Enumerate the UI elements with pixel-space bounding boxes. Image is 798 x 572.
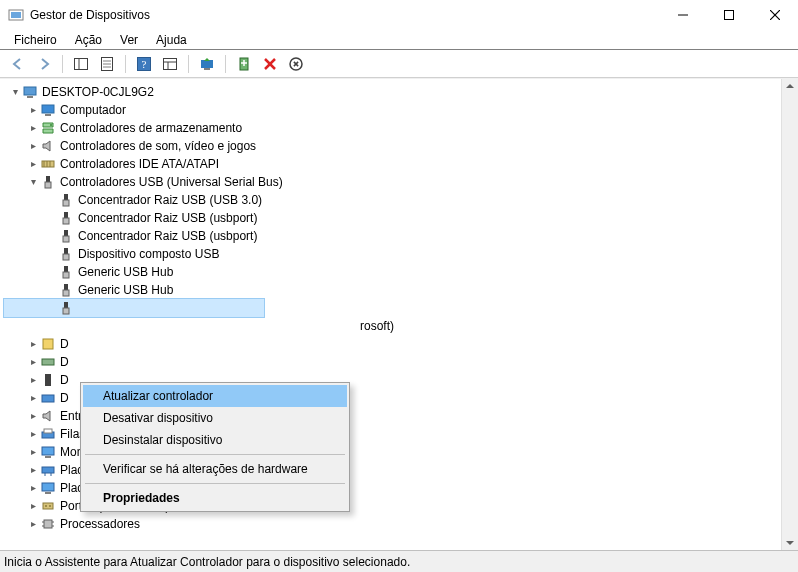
chevron-right-icon[interactable]: ▸ bbox=[26, 461, 40, 479]
usb-icon bbox=[58, 210, 74, 226]
svg-rect-6 bbox=[75, 58, 88, 69]
svg-rect-54 bbox=[42, 447, 54, 455]
menubar: Ficheiro Ação Ver Ajuda bbox=[0, 30, 798, 50]
tree-item[interactable]: rosoft) bbox=[4, 317, 781, 335]
enable-device-button[interactable] bbox=[232, 52, 256, 76]
menu-file[interactable]: Ficheiro bbox=[6, 31, 65, 49]
maximize-button[interactable] bbox=[706, 0, 752, 30]
svg-rect-36 bbox=[64, 212, 68, 218]
tree-item[interactable]: Concentrador Raiz USB (usbport) bbox=[4, 227, 781, 245]
window-controls bbox=[660, 0, 798, 30]
uninstall-device-button[interactable] bbox=[284, 52, 308, 76]
context-menu-properties[interactable]: Propriedades bbox=[83, 487, 347, 509]
tree-item-label: D bbox=[60, 389, 69, 407]
device-tree[interactable]: ▾ DESKTOP-0CJL9G2 ▸ Computador ▸ Control… bbox=[0, 79, 781, 550]
context-menu-scan-hardware[interactable]: Verificar se há alterações de hardware bbox=[83, 458, 347, 480]
usb-icon bbox=[58, 228, 74, 244]
tree-item-label: Generic USB Hub bbox=[78, 263, 173, 281]
device-icon bbox=[40, 390, 56, 406]
chevron-right-icon[interactable]: ▸ bbox=[26, 407, 40, 425]
tree-item-label: Concentrador Raiz USB (usbport) bbox=[78, 209, 257, 227]
menu-action[interactable]: Ação bbox=[67, 31, 110, 49]
menu-view[interactable]: Ver bbox=[112, 31, 146, 49]
disable-device-button[interactable] bbox=[258, 52, 282, 76]
tree-root[interactable]: ▾ DESKTOP-0CJL9G2 bbox=[4, 83, 781, 101]
storage-icon bbox=[40, 120, 56, 136]
tree-item-label bbox=[78, 299, 81, 317]
chevron-right-icon[interactable]: ▸ bbox=[26, 335, 40, 353]
tree-item[interactable]: ▸ Processadores bbox=[4, 515, 781, 533]
chevron-down-icon[interactable]: ▾ bbox=[8, 83, 22, 101]
help-button[interactable]: ? bbox=[132, 52, 156, 76]
tree-item[interactable]: ▸ Controladores IDE ATA/ATAPI bbox=[4, 155, 781, 173]
chevron-right-icon[interactable]: ▸ bbox=[26, 371, 40, 389]
chevron-right-icon[interactable]: ▸ bbox=[26, 155, 40, 173]
chevron-right-icon[interactable]: ▸ bbox=[26, 101, 40, 119]
svg-rect-60 bbox=[45, 492, 51, 494]
chevron-right-icon[interactable]: ▸ bbox=[26, 137, 40, 155]
chevron-right-icon[interactable]: ▸ bbox=[26, 425, 40, 443]
update-driver-button[interactable] bbox=[195, 52, 219, 76]
action-button[interactable] bbox=[158, 52, 182, 76]
tree-item-label: Controladores USB (Universal Serial Bus) bbox=[60, 173, 283, 191]
toolbar-separator bbox=[188, 55, 189, 73]
show-hide-tree-button[interactable] bbox=[69, 52, 93, 76]
tree-item-label: Dispositivo composto USB bbox=[78, 245, 219, 263]
svg-rect-24 bbox=[27, 96, 33, 98]
context-menu-separator bbox=[85, 483, 345, 484]
properties-button[interactable] bbox=[95, 52, 119, 76]
chevron-right-icon[interactable]: ▸ bbox=[26, 443, 40, 461]
context-menu-uninstall-device[interactable]: Desinstalar dispositivo bbox=[83, 429, 347, 451]
svg-rect-25 bbox=[42, 105, 54, 113]
usb-icon bbox=[58, 300, 74, 316]
close-button[interactable] bbox=[752, 0, 798, 30]
tree-item[interactable]: ▾ Controladores USB (Universal Serial Bu… bbox=[4, 173, 781, 191]
vertical-scrollbar[interactable] bbox=[781, 79, 798, 550]
svg-rect-47 bbox=[63, 308, 69, 314]
app-icon bbox=[8, 7, 24, 23]
svg-point-62 bbox=[45, 505, 47, 507]
tree-item[interactable]: ▸ Computador bbox=[4, 101, 781, 119]
chevron-right-icon[interactable]: ▸ bbox=[26, 389, 40, 407]
network-icon bbox=[40, 462, 56, 478]
context-menu: Atualizar controlador Desativar disposit… bbox=[80, 382, 350, 512]
tree-item[interactable]: ▸ Controladores de som, vídeo e jogos bbox=[4, 137, 781, 155]
chevron-down-icon[interactable]: ▾ bbox=[26, 173, 40, 191]
tree-item-selected[interactable] bbox=[4, 299, 264, 317]
device-icon bbox=[40, 372, 56, 388]
back-button[interactable] bbox=[6, 52, 30, 76]
svg-rect-51 bbox=[42, 395, 54, 402]
ide-icon bbox=[40, 156, 56, 172]
tree-item[interactable]: Dispositivo composto USB bbox=[4, 245, 781, 263]
tree-item[interactable]: Concentrador Raiz USB (USB 3.0) bbox=[4, 191, 781, 209]
tree-item[interactable]: ▸ D bbox=[4, 335, 781, 353]
svg-point-27 bbox=[50, 124, 52, 126]
svg-rect-56 bbox=[42, 467, 54, 473]
tree-item[interactable]: Generic USB Hub bbox=[4, 281, 781, 299]
sound-icon bbox=[40, 138, 56, 154]
tree-item[interactable]: ▸ D bbox=[4, 353, 781, 371]
tree-item-label-tail: rosoft) bbox=[78, 317, 394, 335]
chevron-right-icon[interactable]: ▸ bbox=[26, 515, 40, 533]
tree-item[interactable]: Concentrador Raiz USB (usbport) bbox=[4, 209, 781, 227]
tree-item[interactable]: ▸ Controladores de armazenamento bbox=[4, 119, 781, 137]
chevron-right-icon[interactable]: ▸ bbox=[26, 497, 40, 515]
svg-rect-34 bbox=[64, 194, 68, 200]
chevron-right-icon[interactable]: ▸ bbox=[26, 353, 40, 371]
context-menu-disable-device[interactable]: Desativar dispositivo bbox=[83, 407, 347, 429]
menu-help[interactable]: Ajuda bbox=[148, 31, 195, 49]
forward-button[interactable] bbox=[32, 52, 56, 76]
chevron-right-icon[interactable]: ▸ bbox=[26, 479, 40, 497]
minimize-button[interactable] bbox=[660, 0, 706, 30]
svg-rect-26 bbox=[45, 114, 51, 116]
svg-rect-35 bbox=[63, 200, 69, 206]
context-menu-update-driver[interactable]: Atualizar controlador bbox=[83, 385, 347, 407]
svg-point-63 bbox=[49, 505, 51, 507]
tree-item[interactable]: Generic USB Hub bbox=[4, 263, 781, 281]
chevron-right-icon[interactable]: ▸ bbox=[26, 119, 40, 137]
svg-rect-41 bbox=[63, 254, 69, 260]
svg-rect-37 bbox=[63, 218, 69, 224]
svg-rect-14 bbox=[164, 58, 177, 69]
context-menu-separator bbox=[85, 454, 345, 455]
port-icon bbox=[40, 498, 56, 514]
